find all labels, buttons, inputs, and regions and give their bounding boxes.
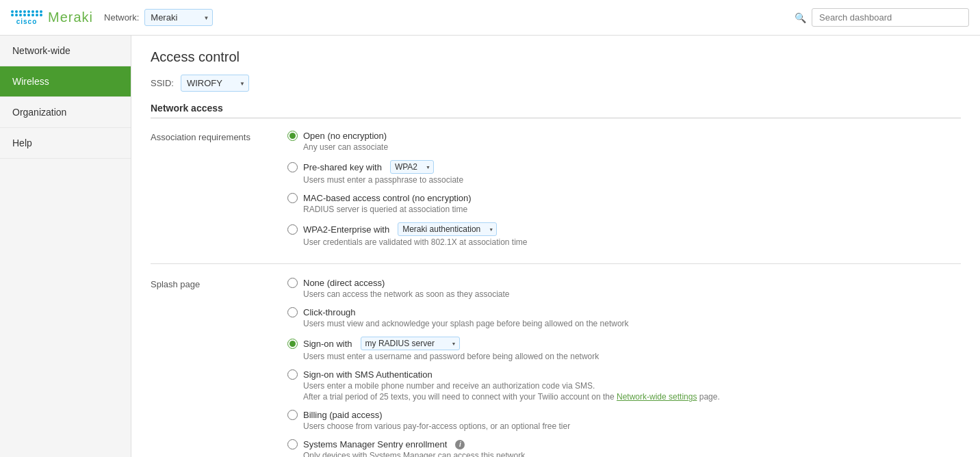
ssid-row: SSID: WIROFY: [151, 75, 961, 92]
radio-sms-desc1: Users enter a mobile phone number and re…: [303, 381, 720, 391]
association-requirements-label: Association requirements: [151, 131, 287, 142]
radio-preshared-input[interactable]: [287, 162, 298, 172]
radio-clickthrough-label: Click-through: [303, 307, 356, 317]
radio-billing-label: Billing (paid access): [303, 410, 383, 420]
ssid-select-wrapper[interactable]: WIROFY: [181, 75, 249, 92]
cisco-logo: cisco: [11, 10, 42, 25]
ssid-select[interactable]: WIROFY: [181, 75, 249, 92]
search-icon: 🔍: [795, 12, 806, 23]
network-label: Network:: [104, 12, 139, 23]
splash-page-label: Splash page: [151, 278, 287, 289]
sidebar: Network-wide Wireless Organization Help: [0, 36, 131, 457]
radio-wpa2enterprise-desc: User credentials are validated with 802.…: [303, 237, 528, 247]
radio-mac-input[interactable]: [287, 193, 298, 203]
radio-none-desc: Users can access the network as soon as …: [303, 289, 720, 299]
ssid-label: SSID:: [151, 78, 174, 88]
wpa2-select[interactable]: WPA2 WPA WEP: [390, 160, 434, 174]
radio-none: None (direct access) Users can access th…: [287, 278, 720, 299]
radius-select-wrapper[interactable]: my RADIUS server Meraki authentication A…: [361, 337, 460, 350]
radio-sms: Sign-on with SMS Authentication Users en…: [287, 369, 720, 402]
radio-wpa2enterprise: WPA2-Enterprise with Meraki authenticati…: [287, 222, 528, 247]
radio-open: Open (no encryption) Any user can associ…: [287, 131, 528, 152]
radio-signon-desc: Users must enter a username and password…: [303, 352, 720, 361]
radio-signon: Sign-on with my RADIUS server Meraki aut…: [287, 337, 720, 361]
network-wide-settings-link[interactable]: Network-wide settings: [617, 392, 697, 402]
association-options: Open (no encryption) Any user can associ…: [287, 131, 528, 247]
meraki-logo: Meraki: [48, 10, 93, 25]
radio-preshared-label: Pre-shared key with: [303, 162, 382, 172]
sidebar-item-organization[interactable]: Organization: [0, 97, 131, 128]
radio-none-input[interactable]: [287, 278, 298, 288]
section-divider: [151, 263, 961, 264]
radio-wpa2enterprise-label: WPA2-Enterprise with: [303, 224, 389, 235]
radio-preshared-desc: Users must enter a passphrase to associa…: [303, 175, 528, 185]
splash-page-row: Splash page None (direct access) Users c…: [151, 278, 961, 457]
network-selector: Network: Meraki: [104, 9, 213, 26]
radio-mac: MAC-based access control (no encryption)…: [287, 193, 528, 214]
network-access-section: Network access Association requirements …: [151, 103, 961, 247]
header-right: 🔍: [795, 8, 969, 27]
radio-none-label: None (direct access): [303, 278, 385, 288]
radio-sentry: Systems Manager Sentry enrollment i Only…: [287, 439, 720, 457]
search-input[interactable]: [812, 8, 969, 27]
sidebar-item-help[interactable]: Help: [0, 128, 131, 159]
header-left: cisco Meraki Network: Meraki: [11, 9, 213, 26]
radio-open-label: Open (no encryption): [303, 131, 387, 141]
radio-billing: Billing (paid access) Users choose from …: [287, 410, 720, 431]
splash-options: None (direct access) Users can access th…: [287, 278, 720, 457]
radio-sentry-label: Systems Manager Sentry enrollment: [303, 439, 447, 449]
wpa2-select-wrapper[interactable]: WPA2 WPA WEP: [390, 160, 434, 174]
sidebar-item-network-wide[interactable]: Network-wide: [0, 36, 131, 66]
header: cisco Meraki Network: Meraki 🔍: [0, 0, 980, 36]
radio-preshared: Pre-shared key with WPA2 WPA WEP Users m…: [287, 160, 528, 185]
radio-sms-label: Sign-on with SMS Authentication: [303, 369, 433, 380]
radio-signon-input[interactable]: [287, 339, 298, 349]
radio-mac-label: MAC-based access control (no encryption): [303, 193, 472, 203]
meraki-auth-select[interactable]: Meraki authentication My RADIUS server: [398, 222, 497, 236]
meraki-auth-select-wrapper[interactable]: Meraki authentication My RADIUS server: [398, 222, 497, 236]
radio-signon-label: Sign-on with: [303, 339, 352, 349]
radio-open-input[interactable]: [287, 131, 298, 141]
radio-billing-input[interactable]: [287, 410, 298, 420]
radio-wpa2enterprise-input[interactable]: [287, 224, 298, 235]
radio-clickthrough: Click-through Users must view and acknow…: [287, 307, 720, 328]
logo-area: cisco Meraki: [11, 10, 93, 25]
radio-mac-desc: RADIUS server is queried at association …: [303, 205, 528, 214]
sidebar-item-wireless[interactable]: Wireless: [0, 66, 131, 97]
page-title: Access control: [151, 49, 961, 65]
radio-sentry-input[interactable]: [287, 439, 298, 449]
radio-sms-input[interactable]: [287, 369, 298, 380]
radio-clickthrough-desc: Users must view and acknowledge your spl…: [303, 319, 720, 328]
splash-page-section: Splash page None (direct access) Users c…: [151, 278, 961, 457]
main-content: Access control SSID: WIROFY Network acce…: [131, 36, 980, 457]
association-requirements-row: Association requirements Open (no encryp…: [151, 131, 961, 247]
sentry-info-icon[interactable]: i: [455, 440, 465, 449]
radio-sentry-desc: Only devices with Systems Manager can ac…: [303, 451, 720, 457]
network-select-wrapper[interactable]: Meraki: [144, 9, 213, 26]
radio-clickthrough-input[interactable]: [287, 307, 298, 317]
radio-open-desc: Any user can associate: [303, 142, 528, 152]
network-access-title: Network access: [151, 103, 961, 118]
network-select[interactable]: Meraki: [144, 9, 213, 26]
radio-billing-desc: Users choose from various pay-for-access…: [303, 421, 720, 431]
radio-sms-desc2: After a trial period of 25 texts, you wi…: [303, 392, 720, 402]
radius-select[interactable]: my RADIUS server Meraki authentication A…: [361, 337, 460, 350]
layout: Network-wide Wireless Organization Help …: [0, 36, 980, 457]
